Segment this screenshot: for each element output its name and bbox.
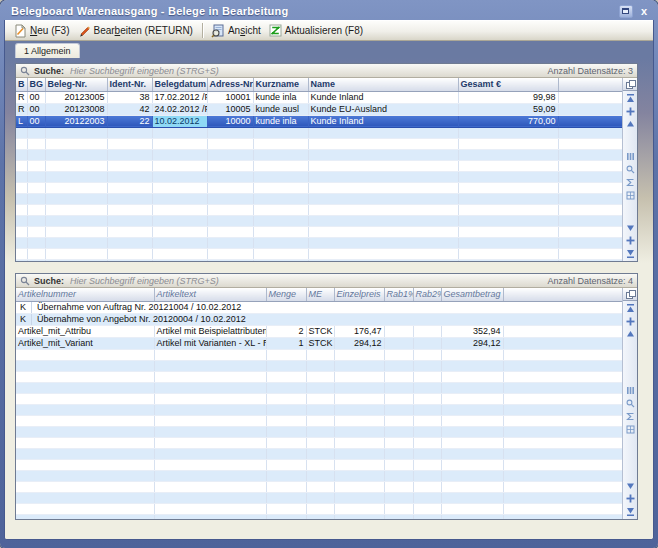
restore-window-button[interactable]: [619, 5, 633, 18]
window-controls: x: [619, 5, 650, 18]
search-hint: Hier Suchbegriff eingeben (STRG+S): [70, 276, 219, 286]
add-record-icon[interactable]: [626, 317, 635, 326]
document-row[interactable]: R 00 20123008 42 24.02.2012 /Fr 10005 ku…: [16, 103, 622, 115]
note-row[interactable]: K Übernahme von Auftrag Nr. 20121004 / 1…: [16, 301, 622, 313]
close-window-button[interactable]: x: [638, 5, 650, 18]
empty-row: [16, 127, 622, 138]
sum-icon[interactable]: [626, 412, 635, 421]
view-button[interactable]: Ansicht: [208, 23, 266, 39]
column-chooser-icon[interactable]: [626, 152, 635, 161]
empty-row: [16, 193, 622, 204]
empty-row: [16, 149, 622, 160]
document-row[interactable]: R 00 20123005 38 17.02.2012 /Fr 10001 ku…: [16, 91, 622, 103]
search-label: Suche:: [34, 66, 64, 76]
documents-grid-body: B BG Beleg-Nr. Ident-Nr. Belegdatum Adre…: [16, 78, 637, 261]
zoom-icon[interactable]: [626, 399, 635, 408]
record-count: Anzahl Datensätze: 4: [547, 276, 633, 286]
refresh-icon: [269, 24, 282, 37]
positions-grid-side-strip: [622, 288, 637, 519]
scroll-to-top-icon[interactable]: [626, 304, 635, 313]
sum-icon[interactable]: [626, 178, 635, 187]
view-magnifier-icon: [211, 24, 225, 38]
column-header-artikeltext[interactable]: Artikeltext: [154, 288, 266, 301]
column-header-blank: [558, 78, 622, 91]
column-header-rab2[interactable]: Rab2%: [413, 288, 441, 301]
documents-grid-side-strip: [622, 78, 637, 261]
note-text: Übernahme von Auftrag Nr. 20121004 / 10.…: [32, 302, 241, 313]
column-chooser-icon[interactable]: [626, 386, 635, 395]
empty-row: [16, 182, 622, 193]
grid-options-button[interactable]: [623, 288, 638, 301]
empty-row: [16, 382, 622, 393]
positions-table: Artikelnummer Artikeltext Menge ME Einze…: [16, 288, 622, 519]
documents-table: B BG Beleg-Nr. Ident-Nr. Belegdatum Adre…: [16, 78, 622, 261]
record-count: Anzahl Datensätze: 3: [547, 66, 633, 76]
note-marker: K: [18, 302, 32, 313]
search-icon: [20, 276, 30, 286]
empty-row: [16, 138, 622, 149]
empty-row: [16, 470, 622, 481]
column-header-b[interactable]: B: [16, 78, 27, 91]
column-header-adress-nr[interactable]: Adress-Nr.: [207, 78, 253, 91]
empty-row: [16, 204, 622, 215]
scroll-down-icon[interactable]: [626, 223, 635, 232]
search-hint: Hier Suchbegriff eingeben (STRG+S): [70, 66, 219, 76]
empty-row: [16, 459, 622, 470]
scroll-to-bottom-icon[interactable]: [626, 249, 635, 258]
column-header-bg[interactable]: BG: [27, 78, 45, 91]
column-header-einzelpreis[interactable]: Einzelpreis: [334, 288, 384, 301]
empty-row: [16, 426, 622, 437]
edit-button[interactable]: Bearbeiten (RETURN): [74, 23, 197, 39]
add-record-below-icon[interactable]: [626, 236, 635, 245]
zoom-icon[interactable]: [626, 165, 635, 174]
belegdatum-edit-cell[interactable]: 10.02.2012: [152, 115, 207, 127]
refresh-button[interactable]: Aktualisieren (F8): [266, 23, 368, 38]
position-row[interactable]: Artikel_mit_Variant Artikel mit Variante…: [16, 337, 622, 349]
empty-row: [16, 259, 622, 261]
empty-row: [16, 171, 622, 182]
empty-row: [16, 226, 622, 237]
tab-allgemein[interactable]: 1 Allgemein: [15, 43, 80, 58]
note-row[interactable]: K Übernahme von Angebot Nr. 20120004 / 1…: [16, 313, 622, 325]
scroll-up-icon[interactable]: [626, 120, 635, 129]
positions-grid-panel: Suche: Hier Suchbegriff eingeben (STRG+S…: [15, 273, 638, 520]
column-header-ident-nr[interactable]: Ident-Nr.: [107, 78, 152, 91]
column-header-belegdatum[interactable]: Belegdatum: [152, 78, 207, 91]
note-text: Übernahme von Angebot Nr. 20120004 / 10.…: [32, 314, 246, 325]
documents-header-row: B BG Beleg-Nr. Ident-Nr. Belegdatum Adre…: [16, 78, 622, 91]
column-header-rab1[interactable]: Rab1%: [384, 288, 413, 301]
position-row[interactable]: Artikel_mit_Attribu Artikel mit Beispiel…: [16, 325, 622, 337]
scroll-up-icon[interactable]: [626, 330, 635, 339]
documents-search-bar[interactable]: Suche: Hier Suchbegriff eingeben (STRG+S…: [16, 64, 637, 78]
column-header-gesamtbetrag[interactable]: Gesamtbetrag: [441, 288, 503, 301]
empty-row: [16, 415, 622, 426]
empty-row: [16, 448, 622, 459]
column-header-me[interactable]: ME: [306, 288, 334, 301]
document-row-selected[interactable]: L 00 20122003 22 10.02.2012 10000 kunde …: [16, 115, 622, 127]
column-header-menge[interactable]: Menge: [266, 288, 306, 301]
tab-page: Suche: Hier Suchbegriff eingeben (STRG+S…: [5, 58, 653, 539]
new-button[interactable]: Neu (F3): [11, 23, 74, 39]
column-header-gesamt[interactable]: Gesamt €: [458, 78, 558, 91]
grid-options-button[interactable]: [623, 78, 638, 91]
empty-row: [16, 393, 622, 404]
empty-row: [16, 215, 622, 226]
copy-grid-icon: [626, 290, 634, 298]
column-header-name[interactable]: Name: [308, 78, 458, 91]
positions-header-row: Artikelnummer Artikeltext Menge ME Einze…: [16, 288, 622, 301]
column-header-artikelnummer[interactable]: Artikelnummer: [16, 288, 154, 301]
scroll-to-bottom-icon[interactable]: [626, 507, 635, 516]
window-titlebar[interactable]: Belegboard Warenausgang - Belege in Bear…: [4, 2, 654, 20]
column-header-beleg-nr[interactable]: Beleg-Nr.: [45, 78, 107, 91]
column-header-kurzname[interactable]: Kurzname: [253, 78, 308, 91]
add-record-below-icon[interactable]: [626, 494, 635, 503]
scroll-to-top-icon[interactable]: [626, 94, 635, 103]
positions-search-bar[interactable]: Suche: Hier Suchbegriff eingeben (STRG+S…: [16, 274, 637, 288]
grid-settings-icon[interactable]: [626, 191, 635, 200]
grid-settings-icon[interactable]: [626, 425, 635, 434]
scroll-down-icon[interactable]: [626, 481, 635, 490]
copy-grid-icon: [626, 80, 634, 88]
empty-row: [16, 248, 622, 259]
column-header-blank: [503, 288, 622, 301]
add-record-icon[interactable]: [626, 107, 635, 116]
